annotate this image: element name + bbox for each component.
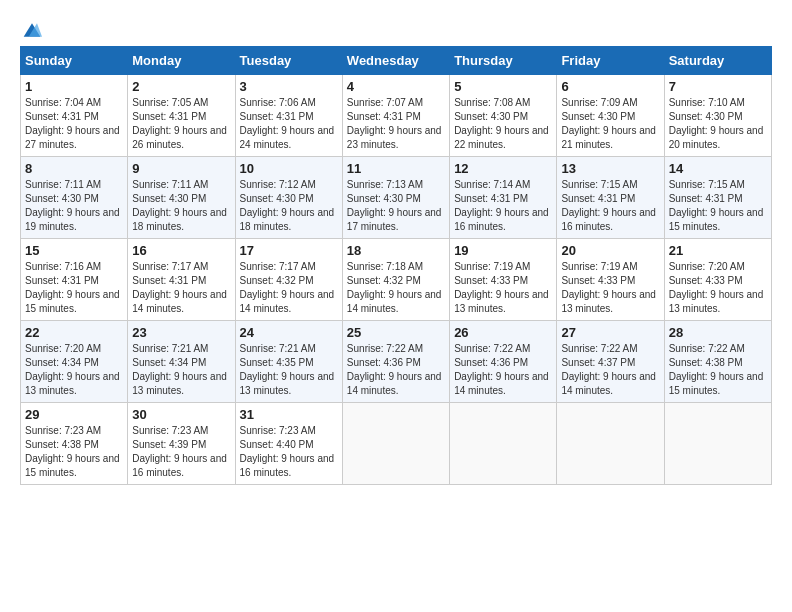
day-info: Sunrise: 7:21 AM Sunset: 4:35 PM Dayligh… (240, 342, 338, 398)
day-number: 9 (132, 161, 230, 176)
calendar-cell: 2Sunrise: 7:05 AM Sunset: 4:31 PM Daylig… (128, 75, 235, 157)
day-info: Sunrise: 7:12 AM Sunset: 4:30 PM Dayligh… (240, 178, 338, 234)
day-header-thursday: Thursday (450, 47, 557, 75)
day-number: 12 (454, 161, 552, 176)
day-number: 16 (132, 243, 230, 258)
day-number: 30 (132, 407, 230, 422)
day-info: Sunrise: 7:22 AM Sunset: 4:38 PM Dayligh… (669, 342, 767, 398)
calendar-cell: 25Sunrise: 7:22 AM Sunset: 4:36 PM Dayli… (342, 321, 449, 403)
day-number: 17 (240, 243, 338, 258)
day-number: 23 (132, 325, 230, 340)
day-info: Sunrise: 7:19 AM Sunset: 4:33 PM Dayligh… (561, 260, 659, 316)
day-info: Sunrise: 7:07 AM Sunset: 4:31 PM Dayligh… (347, 96, 445, 152)
day-info: Sunrise: 7:08 AM Sunset: 4:30 PM Dayligh… (454, 96, 552, 152)
calendar-table: SundayMondayTuesdayWednesdayThursdayFrid… (20, 46, 772, 485)
day-number: 2 (132, 79, 230, 94)
day-info: Sunrise: 7:17 AM Sunset: 4:32 PM Dayligh… (240, 260, 338, 316)
day-number: 25 (347, 325, 445, 340)
day-info: Sunrise: 7:05 AM Sunset: 4:31 PM Dayligh… (132, 96, 230, 152)
logo (20, 20, 42, 36)
day-info: Sunrise: 7:23 AM Sunset: 4:39 PM Dayligh… (132, 424, 230, 480)
day-number: 22 (25, 325, 123, 340)
day-info: Sunrise: 7:18 AM Sunset: 4:32 PM Dayligh… (347, 260, 445, 316)
calendar-cell: 21Sunrise: 7:20 AM Sunset: 4:33 PM Dayli… (664, 239, 771, 321)
day-header-sunday: Sunday (21, 47, 128, 75)
calendar-cell: 18Sunrise: 7:18 AM Sunset: 4:32 PM Dayli… (342, 239, 449, 321)
day-number: 11 (347, 161, 445, 176)
day-number: 6 (561, 79, 659, 94)
calendar-cell: 29Sunrise: 7:23 AM Sunset: 4:38 PM Dayli… (21, 403, 128, 485)
calendar-cell: 15Sunrise: 7:16 AM Sunset: 4:31 PM Dayli… (21, 239, 128, 321)
page-header (20, 20, 772, 36)
calendar-week-row: 15Sunrise: 7:16 AM Sunset: 4:31 PM Dayli… (21, 239, 772, 321)
calendar-cell: 13Sunrise: 7:15 AM Sunset: 4:31 PM Dayli… (557, 157, 664, 239)
logo-icon (22, 20, 42, 40)
calendar-cell: 7Sunrise: 7:10 AM Sunset: 4:30 PM Daylig… (664, 75, 771, 157)
day-number: 24 (240, 325, 338, 340)
day-info: Sunrise: 7:23 AM Sunset: 4:38 PM Dayligh… (25, 424, 123, 480)
day-number: 14 (669, 161, 767, 176)
day-info: Sunrise: 7:06 AM Sunset: 4:31 PM Dayligh… (240, 96, 338, 152)
day-number: 3 (240, 79, 338, 94)
day-header-friday: Friday (557, 47, 664, 75)
calendar-cell: 19Sunrise: 7:19 AM Sunset: 4:33 PM Dayli… (450, 239, 557, 321)
day-info: Sunrise: 7:17 AM Sunset: 4:31 PM Dayligh… (132, 260, 230, 316)
day-info: Sunrise: 7:22 AM Sunset: 4:36 PM Dayligh… (347, 342, 445, 398)
day-header-tuesday: Tuesday (235, 47, 342, 75)
day-info: Sunrise: 7:04 AM Sunset: 4:31 PM Dayligh… (25, 96, 123, 152)
calendar-week-row: 8Sunrise: 7:11 AM Sunset: 4:30 PM Daylig… (21, 157, 772, 239)
calendar-cell (557, 403, 664, 485)
day-number: 19 (454, 243, 552, 258)
calendar-cell: 20Sunrise: 7:19 AM Sunset: 4:33 PM Dayli… (557, 239, 664, 321)
calendar-cell: 1Sunrise: 7:04 AM Sunset: 4:31 PM Daylig… (21, 75, 128, 157)
day-number: 27 (561, 325, 659, 340)
calendar-cell: 23Sunrise: 7:21 AM Sunset: 4:34 PM Dayli… (128, 321, 235, 403)
calendar-cell: 28Sunrise: 7:22 AM Sunset: 4:38 PM Dayli… (664, 321, 771, 403)
day-info: Sunrise: 7:20 AM Sunset: 4:33 PM Dayligh… (669, 260, 767, 316)
calendar-cell: 12Sunrise: 7:14 AM Sunset: 4:31 PM Dayli… (450, 157, 557, 239)
calendar-cell: 11Sunrise: 7:13 AM Sunset: 4:30 PM Dayli… (342, 157, 449, 239)
day-header-saturday: Saturday (664, 47, 771, 75)
day-info: Sunrise: 7:20 AM Sunset: 4:34 PM Dayligh… (25, 342, 123, 398)
day-number: 18 (347, 243, 445, 258)
calendar-week-row: 22Sunrise: 7:20 AM Sunset: 4:34 PM Dayli… (21, 321, 772, 403)
calendar-cell (664, 403, 771, 485)
day-number: 31 (240, 407, 338, 422)
day-number: 28 (669, 325, 767, 340)
day-number: 7 (669, 79, 767, 94)
calendar-cell (450, 403, 557, 485)
calendar-cell: 3Sunrise: 7:06 AM Sunset: 4:31 PM Daylig… (235, 75, 342, 157)
day-number: 13 (561, 161, 659, 176)
calendar-cell: 10Sunrise: 7:12 AM Sunset: 4:30 PM Dayli… (235, 157, 342, 239)
day-info: Sunrise: 7:13 AM Sunset: 4:30 PM Dayligh… (347, 178, 445, 234)
day-info: Sunrise: 7:15 AM Sunset: 4:31 PM Dayligh… (669, 178, 767, 234)
calendar-cell: 22Sunrise: 7:20 AM Sunset: 4:34 PM Dayli… (21, 321, 128, 403)
day-header-monday: Monday (128, 47, 235, 75)
calendar-cell: 27Sunrise: 7:22 AM Sunset: 4:37 PM Dayli… (557, 321, 664, 403)
day-info: Sunrise: 7:14 AM Sunset: 4:31 PM Dayligh… (454, 178, 552, 234)
day-number: 21 (669, 243, 767, 258)
calendar-cell: 4Sunrise: 7:07 AM Sunset: 4:31 PM Daylig… (342, 75, 449, 157)
day-number: 8 (25, 161, 123, 176)
calendar-cell: 31Sunrise: 7:23 AM Sunset: 4:40 PM Dayli… (235, 403, 342, 485)
calendar-cell: 14Sunrise: 7:15 AM Sunset: 4:31 PM Dayli… (664, 157, 771, 239)
calendar-week-row: 29Sunrise: 7:23 AM Sunset: 4:38 PM Dayli… (21, 403, 772, 485)
day-info: Sunrise: 7:09 AM Sunset: 4:30 PM Dayligh… (561, 96, 659, 152)
day-number: 1 (25, 79, 123, 94)
day-info: Sunrise: 7:16 AM Sunset: 4:31 PM Dayligh… (25, 260, 123, 316)
calendar-body: 1Sunrise: 7:04 AM Sunset: 4:31 PM Daylig… (21, 75, 772, 485)
day-number: 29 (25, 407, 123, 422)
calendar-cell: 17Sunrise: 7:17 AM Sunset: 4:32 PM Dayli… (235, 239, 342, 321)
day-info: Sunrise: 7:22 AM Sunset: 4:36 PM Dayligh… (454, 342, 552, 398)
calendar-header-row: SundayMondayTuesdayWednesdayThursdayFrid… (21, 47, 772, 75)
calendar-cell: 16Sunrise: 7:17 AM Sunset: 4:31 PM Dayli… (128, 239, 235, 321)
day-number: 10 (240, 161, 338, 176)
calendar-cell: 24Sunrise: 7:21 AM Sunset: 4:35 PM Dayli… (235, 321, 342, 403)
calendar-cell: 9Sunrise: 7:11 AM Sunset: 4:30 PM Daylig… (128, 157, 235, 239)
day-header-wednesday: Wednesday (342, 47, 449, 75)
day-info: Sunrise: 7:23 AM Sunset: 4:40 PM Dayligh… (240, 424, 338, 480)
day-info: Sunrise: 7:21 AM Sunset: 4:34 PM Dayligh… (132, 342, 230, 398)
day-info: Sunrise: 7:11 AM Sunset: 4:30 PM Dayligh… (25, 178, 123, 234)
day-number: 15 (25, 243, 123, 258)
calendar-cell: 5Sunrise: 7:08 AM Sunset: 4:30 PM Daylig… (450, 75, 557, 157)
